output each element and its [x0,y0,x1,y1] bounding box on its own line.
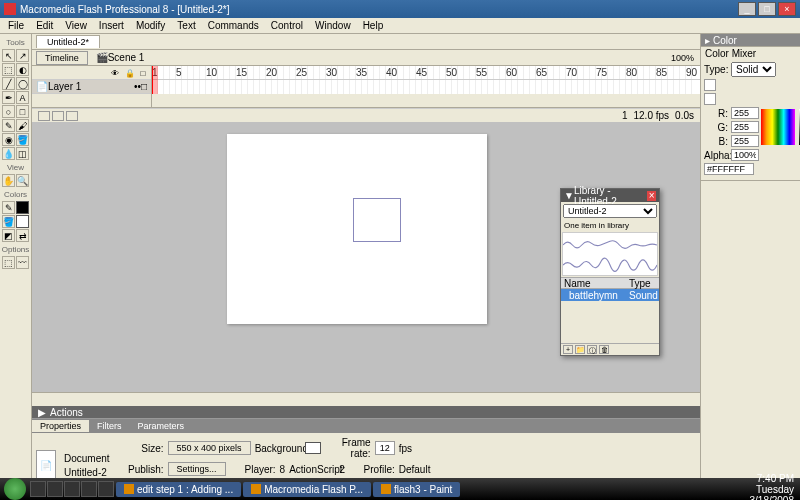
size-label: Size: [118,443,164,454]
subselect-tool[interactable]: ↗ [16,49,29,62]
alpha-input[interactable] [731,149,759,161]
start-button[interactable] [4,478,26,500]
option-smooth[interactable]: 〰 [16,256,29,269]
add-layer-button[interactable] [38,111,50,121]
color-picker[interactable] [761,109,795,145]
bg-swatch[interactable] [305,442,321,454]
actions-panel-header[interactable]: ▶Actions [32,406,700,418]
b-input[interactable] [731,135,759,147]
publish-label: Publish: [118,464,164,475]
menu-window[interactable]: Window [309,19,357,32]
taskbar: edit step 1 : Adding ... Macromedia Flas… [0,478,800,500]
option-snap[interactable]: ⬚ [2,256,15,269]
library-doc-select[interactable]: Untitled-2 [563,204,657,218]
bucket-tool[interactable]: 🪣 [16,133,29,146]
delete-button[interactable]: 🗑 [599,345,609,354]
ql-2[interactable] [47,481,63,497]
doc-tab[interactable]: Untitled-2* [36,35,100,48]
eyedrop-tool[interactable]: 💧 [2,147,15,160]
frame-ruler[interactable]: 151015202530354045505560657075808590 [152,66,700,80]
selection-rect[interactable] [353,198,401,242]
new-folder-button[interactable]: 📁 [575,345,585,354]
stroke-color-icon[interactable] [704,79,716,91]
ql-4[interactable] [81,481,97,497]
stage[interactable] [227,134,487,324]
tab-parameters[interactable]: Parameters [130,420,193,432]
color-header[interactable]: ▸Color [701,34,800,46]
zoom-tool[interactable]: 🔍 [16,174,29,187]
hex-input[interactable] [704,163,754,175]
doc-icon: 📄 [36,450,56,480]
close-button[interactable]: × [778,2,796,16]
library-item[interactable]: battlehymnSound [561,289,659,301]
menu-commands[interactable]: Commands [202,19,265,32]
scene-name[interactable]: Scene 1 [108,52,145,63]
ql-3[interactable] [64,481,80,497]
col-type[interactable]: Type [629,278,659,288]
as-value: 2 [339,464,345,475]
hand-tool[interactable]: ✋ [2,174,15,187]
ink-tool[interactable]: ◉ [2,133,15,146]
eraser-tool[interactable]: ◫ [16,147,29,160]
delete-layer-button[interactable] [66,111,78,121]
playhead[interactable] [152,66,158,94]
stroke-icon: ✎ [2,201,15,214]
free-transform-tool[interactable]: ⬚ [2,63,15,76]
publish-settings-button[interactable]: Settings... [168,462,226,476]
layer-row[interactable]: 📄Layer 1••□ [32,80,151,94]
ql-5[interactable] [98,481,114,497]
scrollbar-h[interactable] [32,392,700,406]
library-header[interactable]: ▼Library - Untitled-2× [561,189,659,202]
maximize-button[interactable]: □ [758,2,776,16]
fill-swatch[interactable] [16,215,29,228]
task-item-2[interactable]: Macromedia Flash P... [243,482,371,497]
system-tray[interactable]: 7:40 PM Tuesday 3/18/2008 [750,473,801,501]
tab-properties[interactable]: Properties [32,420,89,432]
minimize-button[interactable]: _ [738,2,756,16]
frame-track[interactable] [152,80,700,94]
task-item-1[interactable]: edit step 1 : Adding ... [116,482,241,497]
lasso-tool[interactable]: ◯ [16,77,29,90]
r-input[interactable] [731,107,759,119]
fill-color-icon[interactable] [704,93,716,105]
library-close-button[interactable]: × [647,191,656,201]
oval-tool[interactable]: ○ [2,105,15,118]
line-tool[interactable]: ╱ [2,77,15,90]
pen-tool[interactable]: ✒ [2,91,15,104]
eye-icon[interactable]: 👁 [111,69,119,77]
menu-insert[interactable]: Insert [93,19,130,32]
color-mixer-header[interactable]: Color Mixer [701,47,800,59]
brush-tool[interactable]: 🖌 [16,119,29,132]
stroke-swatch[interactable] [16,201,29,214]
properties-button[interactable]: ⓘ [587,345,597,354]
lock-icon[interactable]: 🔒 [125,69,133,77]
menu-text[interactable]: Text [171,19,201,32]
col-name[interactable]: Name [561,278,629,288]
menu-control[interactable]: Control [265,19,309,32]
pencil-tool[interactable]: ✎ [2,119,15,132]
timeline-toggle[interactable]: Timeline [36,51,88,65]
outline-icon[interactable]: □ [139,69,147,77]
rect-tool[interactable]: □ [16,105,29,118]
add-folder-button[interactable] [52,111,64,121]
default-colors[interactable]: ◩ [2,229,15,242]
library-preview [562,232,658,276]
task-item-3[interactable]: flash3 - Paint [373,482,460,497]
type-select[interactable]: Solid [731,62,776,77]
new-symbol-button[interactable]: + [563,345,573,354]
g-input[interactable] [731,121,759,133]
menu-edit[interactable]: Edit [30,19,59,32]
menu-modify[interactable]: Modify [130,19,171,32]
selection-tool[interactable]: ↖ [2,49,15,62]
gradient-tool[interactable]: ◐ [16,63,29,76]
tab-filters[interactable]: Filters [89,420,130,432]
menu-help[interactable]: Help [357,19,390,32]
text-tool[interactable]: A [16,91,29,104]
size-button[interactable]: 550 x 400 pixels [168,441,251,455]
framerate-input[interactable]: 12 [375,441,395,455]
ql-1[interactable] [30,481,46,497]
menu-file[interactable]: File [2,19,30,32]
swap-colors[interactable]: ⇄ [16,229,29,242]
menu-view[interactable]: View [59,19,93,32]
zoom-value[interactable]: 100% [671,53,694,63]
